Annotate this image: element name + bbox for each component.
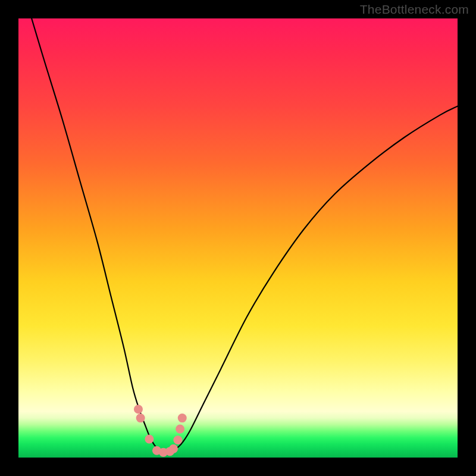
curve-marker bbox=[178, 414, 187, 422]
curve-markers bbox=[134, 405, 187, 456]
watermark-text: TheBottleneck.com bbox=[360, 2, 469, 17]
curve-marker bbox=[173, 436, 182, 444]
chart-plot-area bbox=[18, 18, 458, 458]
curve-marker bbox=[169, 444, 178, 453]
curve-marker bbox=[145, 435, 154, 444]
curve-marker bbox=[136, 414, 145, 422]
chart-frame: TheBottleneck.com bbox=[0, 0, 476, 476]
curve-marker bbox=[176, 425, 184, 434]
bottleneck-curve bbox=[32, 18, 458, 453]
curve-marker bbox=[134, 405, 143, 414]
chart-svg bbox=[18, 18, 458, 458]
